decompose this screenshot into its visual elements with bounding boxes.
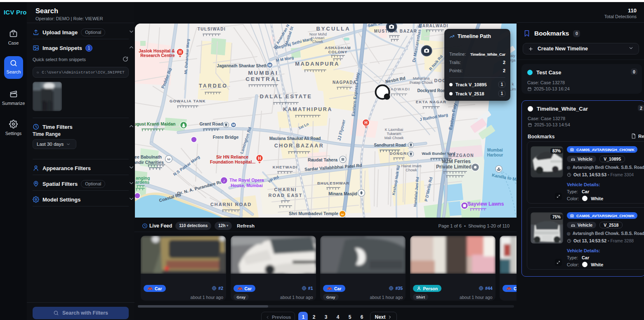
- svg-text:EKTA NAGAR: EKTA NAGAR: [416, 100, 446, 104]
- svg-text:Chowk: Chowk: [406, 168, 417, 172]
- svg-text:The Royal Opera: The Royal Opera: [229, 178, 264, 183]
- svg-text:Bayview Lawns: Bayview Lawns: [467, 201, 504, 207]
- svg-text:NAGPADA: NAGPADA: [333, 80, 356, 85]
- svg-text:GOWALIA TANK: GOWALIA TANK: [170, 99, 206, 103]
- svg-text:Research Centre: Research Centre: [140, 53, 175, 58]
- svg-text:Hairat Imam: Hairat Imam: [401, 164, 421, 168]
- svg-text:KHETWADI: KHETWADI: [273, 165, 297, 169]
- svg-text:Private Limited: Private Limited: [436, 164, 472, 170]
- svg-text:Shri Mumbadevi Temple: Shri Mumbadevi Temple: [289, 211, 338, 216]
- svg-text:ω: ω: [167, 157, 170, 161]
- svg-text:Tukaram: Tukaram: [387, 132, 401, 136]
- svg-text:DALAL ESTATE: DALAL ESTATE: [260, 93, 312, 100]
- svg-text:Foundation Hospital...: Foundation Hospital...: [210, 159, 255, 164]
- svg-text:BYCULLA: BYCULLA: [316, 26, 350, 32]
- svg-text:♪: ♪: [223, 178, 225, 183]
- svg-text:MUMBAI: MUMBAI: [248, 70, 278, 76]
- svg-text:Pratap Chowk: Pratap Chowk: [410, 81, 433, 85]
- svg-text:TADWADI: TADWADI: [388, 87, 410, 91]
- svg-text:Maulana Shaukat Ali Road: Maulana Shaukat Ali Road: [269, 136, 321, 141]
- svg-text:Mali Chowk: Mali Chowk: [385, 136, 404, 140]
- svg-text:andir Charities: andir Charities: [135, 160, 164, 165]
- svg-text:Mumbai: Mumbai: [487, 148, 503, 152]
- svg-text:CENTRAL: CENTRAL: [245, 76, 281, 82]
- svg-text:COLONY: COLONY: [328, 50, 348, 54]
- svg-text:Wadi Bunder Yard: Wadi Bunder Yard: [422, 151, 455, 156]
- svg-text:Sir HN Reliance: Sir HN Reliance: [216, 154, 248, 159]
- svg-text:House, Mumbai: House, Mumbai: [231, 183, 263, 188]
- svg-text:KAMATHIPURA: KAMATHIPURA: [283, 107, 333, 112]
- svg-text:Minara Masjid: Minara Masjid: [328, 191, 357, 196]
- svg-text:Raudat Tahera: Raudat Tahera: [308, 157, 337, 162]
- svg-text:Jagannath Shankar Sheth: Jagannath Shankar Sheth: [217, 64, 268, 68]
- svg-text:M: M: [232, 123, 235, 127]
- svg-text:ROAD EAST: ROAD EAST: [269, 193, 303, 198]
- svg-text:TARDEO: TARDEO: [199, 83, 228, 89]
- svg-text:MADANPURA: MADANPURA: [295, 61, 340, 67]
- svg-text:M: M: [268, 63, 271, 67]
- svg-text:Chowk: Chowk: [312, 40, 323, 44]
- svg-text:ardens: ardens: [135, 180, 150, 185]
- svg-text:H: H: [179, 50, 182, 55]
- svg-text:NARALWADI: NARALWADI: [419, 24, 448, 28]
- svg-text:TULSIWADI: TULSIWADI: [198, 27, 226, 31]
- svg-text:ω: ω: [341, 212, 344, 216]
- svg-text:Sandhurst Road: Sandhurst Road: [374, 143, 406, 147]
- svg-text:M2M Ferries: M2M Ferries: [442, 159, 471, 164]
- svg-text:Lim: Lim: [510, 87, 516, 91]
- svg-text:rga: rga: [510, 58, 515, 62]
- svg-text:H: H: [364, 121, 367, 125]
- svg-text:H: H: [258, 156, 261, 161]
- svg-text:ugust Kranti Maidan: ugust Kranti Maidan: [135, 121, 175, 126]
- svg-text:K Laxmibai: K Laxmibai: [385, 128, 403, 132]
- svg-text:Harbour: Harbour: [487, 153, 503, 157]
- svg-text:BHULESHWAR: BHULESHWAR: [317, 181, 349, 185]
- svg-text:CHARNI: CHARNI: [274, 187, 297, 192]
- svg-text:Frere Bridge: Frere Bridge: [213, 135, 239, 140]
- svg-text:Maharana: Maharana: [413, 76, 430, 81]
- svg-text:ree Babulnath: ree Babulnath: [135, 154, 162, 159]
- svg-text:Grant Road: Grant Road: [199, 121, 223, 126]
- svg-text:aiy: aiy: [510, 54, 515, 58]
- svg-text:CHOR BAZAAR: CHOR BAZAAR: [274, 143, 324, 149]
- svg-text:CHARNI ROAD: CHARNI ROAD: [210, 202, 252, 207]
- svg-text:Dockyard Roa: Dockyard Roa: [417, 88, 445, 93]
- svg-text:k: k: [512, 82, 514, 86]
